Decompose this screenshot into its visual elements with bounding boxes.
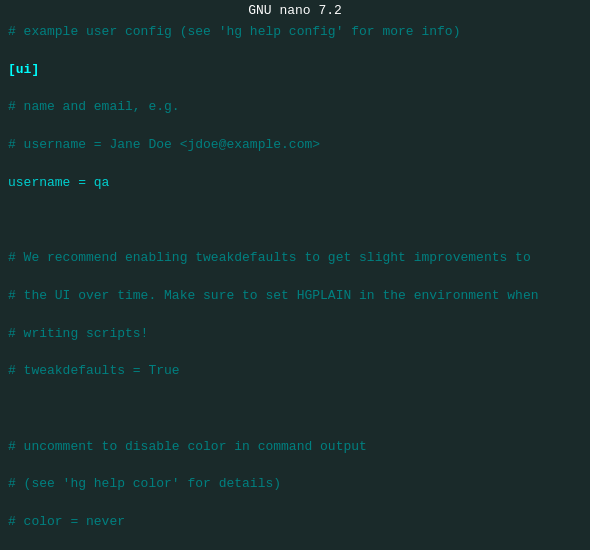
editor-line: # example user config (see 'hg help conf…: [8, 23, 582, 42]
editor-line: [ui]: [8, 61, 582, 80]
editor-area: # example user config (see 'hg help conf…: [0, 21, 590, 550]
editor-line: [8, 400, 582, 419]
editor-line: # color = never: [8, 513, 582, 532]
editor-line: # tweakdefaults = True: [8, 362, 582, 381]
title-text: GNU nano 7.2: [248, 3, 342, 18]
editor-line: # writing scripts!: [8, 325, 582, 344]
editor-line: # the UI over time. Make sure to set HGP…: [8, 287, 582, 306]
editor-line: # name and email, e.g.: [8, 98, 582, 117]
editor-line: [8, 211, 582, 230]
editor-line: # We recommend enabling tweakdefaults to…: [8, 249, 582, 268]
editor-line: username = qa: [8, 174, 582, 193]
editor-line: # uncomment to disable color in command …: [8, 438, 582, 457]
editor-line: # (see 'hg help color' for details): [8, 475, 582, 494]
title-bar: GNU nano 7.2: [0, 0, 590, 21]
editor-line: # username = Jane Doe <jdoe@example.com>: [8, 136, 582, 155]
